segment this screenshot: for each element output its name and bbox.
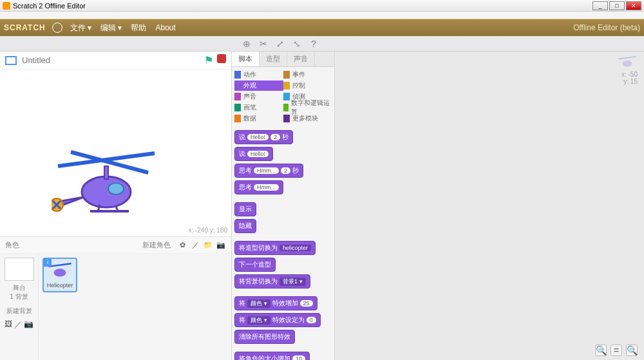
category-swatch [283, 104, 289, 111]
category-swatch [283, 93, 290, 100]
blocks-column: 脚本 造型 声音 动作事件外观控制声音侦测画笔数字和逻辑运算数据更多模块 说He… [232, 52, 335, 360]
block-change-size[interactable]: 将角色的大小增加10 [234, 352, 310, 360]
shrink-icon[interactable]: ⤡ [291, 38, 303, 50]
block-think-secs[interactable]: 思考Hmm...2秒 [234, 164, 303, 178]
category-数据[interactable]: 数据 [234, 113, 283, 124]
block-hide[interactable]: 隐藏 [234, 219, 256, 233]
menu-edit[interactable]: 编辑 ▾ [100, 23, 122, 33]
duplicate-icon[interactable]: ✂ [258, 38, 269, 50]
category-label: 声音 [243, 92, 256, 101]
category-事件[interactable]: 事件 [283, 70, 332, 80]
category-swatch [283, 115, 290, 122]
tab-sounds[interactable]: 声音 [287, 52, 315, 66]
category-swatch [234, 71, 241, 79]
sprite-position-readout: x: -50 y: 15 [617, 55, 638, 85]
block-say[interactable]: 说Hello! [234, 147, 273, 161]
category-声音[interactable]: 声音 [234, 91, 283, 102]
stage-canvas[interactable]: x: -240 y: 180 [0, 70, 231, 237]
help-icon[interactable]: ? [308, 38, 319, 50]
menu-file[interactable]: 文件 ▾ [70, 23, 91, 33]
block-switch-costume[interactable]: 将造型切换为helicopter [234, 241, 316, 255]
camera-backdrop-icon[interactable]: 📷 [24, 319, 33, 330]
stamp-icon[interactable]: ⊕ [241, 38, 252, 50]
stop-button[interactable] [217, 54, 226, 63]
sprite-list: i Helicopter [39, 254, 231, 360]
editor-badge: Offline Editor (beta) [573, 23, 640, 32]
scratch-logo: SCRATCH [4, 23, 46, 32]
choose-backdrop-icon[interactable]: 🖼 [5, 319, 12, 330]
category-swatch [234, 104, 241, 111]
stage-thumb-label: 舞台 [3, 283, 35, 292]
category-grid: 动作事件外观控制声音侦测画笔数字和逻辑运算数据更多模块 [232, 67, 334, 126]
block-change-effect[interactable]: 将颜色 ▾特效增加25 [234, 296, 317, 310]
browser-tabstrip [0, 12, 644, 19]
svg-line-11 [48, 263, 71, 267]
project-title[interactable]: Untitled [22, 55, 50, 65]
paint-sprite-icon[interactable]: ／ [190, 240, 200, 251]
menu-help[interactable]: 帮助 [131, 23, 146, 33]
category-动作[interactable]: 动作 [234, 70, 283, 80]
paint-backdrop-icon[interactable]: ／ [14, 319, 22, 330]
zoom-in-button[interactable]: 🔍 [626, 345, 638, 356]
category-swatch [283, 71, 290, 79]
category-更多模块[interactable]: 更多模块 [283, 113, 332, 124]
zoom-reset-button[interactable]: = [611, 345, 622, 356]
category-控制[interactable]: 控制 [283, 81, 332, 91]
block-set-effect[interactable]: 将颜色 ▾特效设定为0 [234, 313, 321, 327]
tab-scripts[interactable]: 脚本 [232, 52, 260, 66]
block-clear-effects[interactable]: 清除所有图形特效 [234, 330, 295, 344]
backdrop-count: 1 背景 [3, 292, 35, 301]
category-swatch [234, 93, 241, 100]
svg-point-12 [54, 269, 66, 276]
grow-icon[interactable]: ⤢ [274, 38, 286, 50]
block-next-costume[interactable]: 下一个造型 [234, 258, 276, 272]
window-titlebar: Scratch 2 Offline Editor _ □ ✕ [0, 0, 644, 12]
svg-point-2 [82, 176, 131, 207]
sprite-info-icon[interactable]: i [44, 259, 52, 267]
window-minimize-button[interactable]: _ [592, 1, 608, 10]
window-maximize-button[interactable]: □ [609, 1, 625, 10]
category-label: 事件 [292, 70, 305, 79]
block-switch-backdrop[interactable]: 将背景切换为背景1 ▾ [234, 274, 310, 289]
sprite-tile-name: Helicopter [47, 282, 73, 289]
choose-sprite-icon[interactable]: ✿ [177, 240, 187, 251]
svg-line-14 [618, 57, 636, 59]
new-sprite-label: 新建角色 [142, 240, 171, 250]
menu-about[interactable]: About [155, 23, 175, 32]
block-show[interactable]: 显示 [234, 202, 256, 216]
mouse-coords: x: -240 y: 180 [188, 227, 227, 234]
block-think[interactable]: 思考Hmm... [234, 180, 283, 194]
category-外观[interactable]: 外观 [234, 81, 283, 91]
language-globe-icon[interactable] [52, 23, 62, 33]
camera-sprite-icon[interactable]: 📷 [216, 240, 226, 251]
sprites-label: 角色 [5, 240, 19, 250]
category-swatch [234, 82, 241, 90]
sprite-tile-helicopter[interactable]: i Helicopter [43, 258, 77, 292]
block-say-secs[interactable]: 说Hello!2秒 [234, 130, 293, 144]
new-backdrop-label: 新建背景 [3, 307, 35, 316]
stage-view-icon[interactable] [5, 56, 17, 65]
upload-sprite-icon[interactable]: 📁 [203, 240, 213, 251]
category-label: 画笔 [243, 103, 256, 112]
svg-point-13 [623, 61, 632, 67]
svg-point-3 [108, 183, 124, 194]
window-title: Scratch 2 Offline Editor [13, 2, 86, 10]
app-favicon [3, 2, 10, 10]
category-画笔[interactable]: 画笔 [234, 102, 283, 113]
tool-row: ⊕ ✂ ⤢ ⤡ ? [0, 36, 644, 52]
category-swatch [283, 82, 290, 90]
green-flag-button[interactable]: ⚑ [204, 54, 213, 66]
block-palette: 说Hello!2秒 说Hello! 思考Hmm...2秒 思考Hmm... 显示… [232, 126, 334, 360]
sprite-helicopter[interactable] [52, 147, 161, 225]
zoom-out-button[interactable]: 🔍 [595, 345, 607, 356]
category-label: 控制 [292, 81, 305, 90]
stage-thumbnail[interactable] [5, 258, 34, 281]
tab-costumes[interactable]: 造型 [260, 52, 287, 66]
svg-rect-4 [104, 166, 108, 179]
window-close-button[interactable]: ✕ [626, 1, 641, 10]
category-label: 外观 [243, 81, 256, 90]
scripts-area[interactable]: x: -50 y: 15 🔍 = 🔍 [335, 52, 644, 360]
category-数字和逻辑运算[interactable]: 数字和逻辑运算 [283, 102, 332, 113]
menu-bar: SCRATCH 文件 ▾ 编辑 ▾ 帮助 About Offline Edito… [0, 19, 644, 36]
stage-column: Untitled ⚑ [0, 52, 232, 360]
